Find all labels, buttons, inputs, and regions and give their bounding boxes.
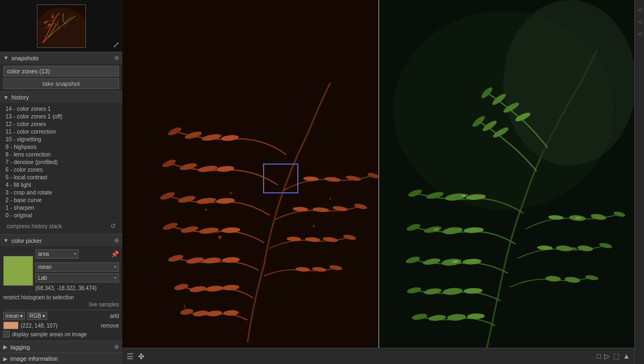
menu-icon[interactable]: ☰: [127, 352, 134, 361]
history-title: history: [11, 94, 119, 101]
sample-value-row: (222, 148, 107) remove: [3, 322, 119, 329]
snapshots-add-icon[interactable]: ⊕: [114, 54, 119, 61]
history-item-11[interactable]: 11 - color correction: [3, 128, 119, 135]
stat-mode-select[interactable]: mean ▾: [35, 262, 119, 272]
export-icon[interactable]: □: [597, 352, 601, 360]
display-sample-checkbox[interactable]: ✓: [3, 331, 10, 337]
tagging-title: tagging: [10, 344, 114, 350]
area-mode-select[interactable]: area ▾: [35, 249, 79, 259]
image-display[interactable]: [122, 0, 634, 348]
image-right-panel: [378, 0, 634, 348]
color-model-select[interactable]: Lab ▾: [35, 273, 119, 283]
right-panel-btn-2[interactable]: ◁: [636, 17, 643, 25]
zoom-fit-icon[interactable]: ✤: [138, 352, 145, 361]
add-sample-button[interactable]: add: [110, 313, 119, 319]
history-item-3[interactable]: 3 - crop and rotate: [3, 189, 119, 196]
take-snapshot-button[interactable]: take snapshot: [3, 78, 119, 89]
image-information-title: image information: [10, 355, 119, 362]
split-divider: [378, 0, 379, 348]
svg-point-52: [312, 225, 315, 227]
color-picker-title: color picker: [11, 237, 114, 244]
thumbnail-area: ⤢: [0, 0, 122, 52]
split-view-container: [122, 0, 634, 348]
center-area: ☰ ✤ □ ▷ ⬚ ▲: [122, 0, 634, 364]
image-info-arrow: ▶: [3, 356, 8, 362]
snapshots-content: color zones (13) take snapshot: [0, 64, 122, 91]
history-item-2[interactable]: 2 - base curve: [3, 196, 119, 204]
history-item-13[interactable]: 13 - color zones 1 (off): [3, 112, 119, 120]
sample-mode-select[interactable]: mean ▾: [3, 312, 25, 320]
history-item-6[interactable]: 6 - color zones: [3, 166, 119, 173]
tagging-arrow: ▶: [3, 344, 8, 350]
divider: [3, 310, 119, 310]
color-picker-content: area ▾ 📌 mean ▾ Lab ▾ (68.343, -18.322, …: [0, 246, 122, 341]
snapshots-header[interactable]: ▼ snapshots ⊕: [0, 52, 122, 64]
history-item-4[interactable]: 4 - fill light: [3, 181, 119, 189]
svg-point-49: [218, 236, 222, 239]
history-item-12[interactable]: 12 - color zones: [3, 120, 119, 128]
live-samples-label: live samples: [3, 302, 119, 307]
tagging-header[interactable]: ▶ tagging ⊕: [0, 341, 122, 353]
svg-point-53: [329, 198, 332, 200]
sample-color-model-select[interactable]: RGB ▾: [27, 312, 47, 320]
history-reset-icon[interactable]: ↺: [110, 222, 116, 230]
display-sample-row[interactable]: ✓ display sample areas on image: [3, 331, 119, 337]
history-item-0[interactable]: 0 - original: [3, 211, 119, 219]
svg-point-92: [503, 0, 634, 166]
history-item-7[interactable]: 7 - denoise (profiled): [3, 158, 119, 166]
history-content: 14 - color zones 1 13 - color zones 1 (o…: [0, 103, 122, 234]
color-picker-header[interactable]: ▼ color picker ⊕: [0, 234, 122, 246]
bottom-toolbar: ☰ ✤ □ ▷ ⬚ ▲: [122, 348, 634, 364]
filmstrip-icon[interactable]: ⬚: [613, 352, 620, 360]
tagging-add-icon[interactable]: ⊕: [114, 343, 119, 350]
snapshots-arrow: ▼: [3, 55, 9, 61]
fern-svg-right: [378, 0, 634, 348]
bottom-right-icons: □ ▷ ⬚ ▲: [597, 352, 630, 360]
right-panel: ◁ ◁ ◁: [634, 0, 644, 364]
remove-sample-button[interactable]: remove: [101, 323, 119, 329]
restrict-histogram-row[interactable]: restrict histogram to selection: [3, 294, 119, 300]
up-icon[interactable]: ▲: [623, 352, 630, 360]
history-item-9[interactable]: 9 - highpass: [3, 143, 119, 150]
color-picker-arrow: ▼: [3, 237, 9, 243]
image-left-panel: [122, 0, 378, 348]
play-icon[interactable]: ▷: [604, 352, 610, 360]
svg-rect-5: [122, 0, 378, 348]
pin-icon[interactable]: 📌: [111, 250, 119, 258]
color-swatch: [3, 256, 33, 286]
fern-svg-left: [122, 0, 378, 348]
expand-icon[interactable]: ⤢: [113, 40, 120, 49]
history-item-1[interactable]: 1 - sharpen: [3, 204, 119, 211]
right-panel-btn-3[interactable]: ◁: [636, 29, 643, 37]
sample-rgb-values: (222, 148, 107): [21, 323, 99, 329]
sample-color-swatch: [3, 322, 18, 329]
color-picker-row: area ▾ 📌 mean ▾ Lab ▾ (68.343, -18.322, …: [3, 249, 119, 292]
compress-history-button[interactable]: compress history stack: [7, 223, 62, 229]
history-header[interactable]: ▼ history: [0, 91, 122, 103]
svg-point-1: [37, 8, 86, 48]
right-panel-btn-1[interactable]: ◁: [636, 5, 643, 13]
sample-row: mean ▾ RGB ▾ add: [3, 312, 119, 320]
history-arrow: ▼: [3, 95, 9, 101]
thumbnail-image: [37, 4, 86, 48]
history-item-14[interactable]: 14 - color zones 1: [3, 105, 119, 112]
snapshots-title: snapshots: [11, 55, 114, 61]
history-item-10[interactable]: 10 - vignetting: [3, 135, 119, 143]
svg-point-51: [230, 192, 232, 194]
history-item-5[interactable]: 5 - local contrast: [3, 173, 119, 181]
history-item-8[interactable]: 8 - lens correction: [3, 150, 119, 158]
color-picker-add-icon[interactable]: ⊕: [114, 237, 119, 244]
svg-point-50: [205, 209, 207, 211]
history-footer: compress history stack ↺: [3, 220, 119, 232]
left-panel: ⤢ ▼ snapshots ⊕ color zones (13) take sn…: [0, 0, 122, 364]
color-values: (68.343, -18.322, 38.474): [35, 284, 119, 292]
color-picker-controls: area ▾ 📌 mean ▾ Lab ▾ (68.343, -18.322, …: [35, 249, 119, 292]
snapshot-item[interactable]: color zones (13): [3, 66, 119, 77]
display-sample-label: display sample areas on image: [12, 331, 87, 337]
image-information-header[interactable]: ▶ image information: [0, 353, 122, 364]
